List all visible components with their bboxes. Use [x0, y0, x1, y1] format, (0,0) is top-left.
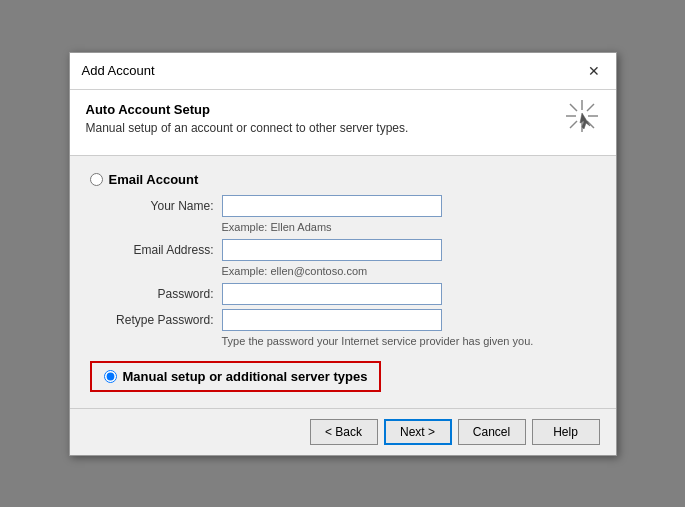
- svg-line-4: [570, 104, 577, 111]
- svg-line-7: [570, 121, 577, 128]
- email-account-radio-label[interactable]: Email Account: [90, 172, 596, 187]
- email-address-input[interactable]: [222, 239, 442, 261]
- retype-password-label: Retype Password:: [112, 313, 222, 327]
- close-button[interactable]: ✕: [584, 61, 604, 81]
- manual-setup-section: Manual setup or additional server types: [90, 361, 596, 392]
- content-area: Email Account Your Name: Example: Ellen …: [70, 156, 616, 408]
- cursor-starburst-icon: [564, 98, 600, 134]
- your-name-label: Your Name:: [112, 199, 222, 213]
- help-button[interactable]: Help: [532, 419, 600, 445]
- svg-line-6: [587, 104, 594, 111]
- manual-setup-label: Manual setup or additional server types: [123, 369, 368, 384]
- next-button[interactable]: Next >: [384, 419, 452, 445]
- manual-setup-radio-label[interactable]: Manual setup or additional server types: [90, 361, 382, 392]
- email-account-label: Email Account: [109, 172, 199, 187]
- email-account-group: Email Account Your Name: Example: Ellen …: [90, 172, 596, 347]
- your-name-input[interactable]: [222, 195, 442, 217]
- header-title: Auto Account Setup: [86, 102, 409, 117]
- email-address-row: Email Address:: [112, 239, 596, 261]
- title-bar: Add Account ✕: [70, 53, 616, 90]
- dialog-title: Add Account: [82, 63, 155, 78]
- cancel-button[interactable]: Cancel: [458, 419, 526, 445]
- email-address-hint-row: Example: ellen@contoso.com: [112, 265, 596, 277]
- retype-password-hint: Type the password your Internet service …: [222, 335, 534, 347]
- retype-password-row: Retype Password:: [112, 309, 596, 331]
- setup-icon: [564, 98, 600, 141]
- manual-setup-radio[interactable]: [104, 370, 117, 383]
- password-input[interactable]: [222, 283, 442, 305]
- your-name-hint: Example: Ellen Adams: [222, 221, 332, 233]
- email-address-hint: Example: ellen@contoso.com: [222, 265, 368, 277]
- retype-password-hint-row: Type the password your Internet service …: [112, 335, 596, 347]
- your-name-row: Your Name:: [112, 195, 596, 217]
- footer: < Back Next > Cancel Help: [70, 408, 616, 455]
- password-row: Password:: [112, 283, 596, 305]
- email-account-form: Your Name: Example: Ellen Adams Email Ad…: [112, 195, 596, 347]
- header-section: Auto Account Setup Manual setup of an ac…: [70, 90, 616, 156]
- email-address-label: Email Address:: [112, 243, 222, 257]
- your-name-hint-row: Example: Ellen Adams: [112, 221, 596, 233]
- header-text: Auto Account Setup Manual setup of an ac…: [86, 102, 409, 135]
- retype-password-input[interactable]: [222, 309, 442, 331]
- password-label: Password:: [112, 287, 222, 301]
- add-account-dialog: Add Account ✕ Auto Account Setup Manual …: [69, 52, 617, 456]
- header-subtitle: Manual setup of an account or connect to…: [86, 121, 409, 135]
- email-account-radio[interactable]: [90, 173, 103, 186]
- back-button[interactable]: < Back: [310, 419, 378, 445]
